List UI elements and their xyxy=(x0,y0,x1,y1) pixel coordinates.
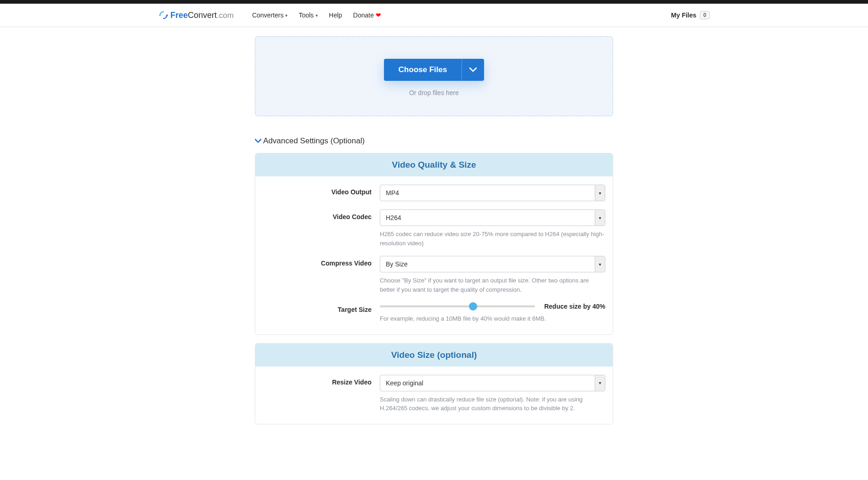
panel-title: Video Quality & Size xyxy=(255,153,613,176)
choose-files-button[interactable]: Choose Files xyxy=(384,59,462,81)
slider-thumb[interactable] xyxy=(469,302,477,311)
nav-donate-label: Donate xyxy=(353,11,374,19)
logo[interactable]: FreeConvert.com xyxy=(158,10,234,20)
video-codec-value: H264 xyxy=(380,209,605,226)
resize-video-select[interactable]: Keep original ▾ xyxy=(380,375,605,391)
video-output-value: MP4 xyxy=(380,185,605,201)
panel-title: Video Size (optional) xyxy=(255,344,613,367)
video-codec-help: H265 codec can reduce video size 20-75% … xyxy=(380,230,605,248)
video-codec-label: Video Codec xyxy=(263,209,380,220)
target-size-label: Target Size xyxy=(263,302,380,313)
heart-icon: ❤ xyxy=(376,11,381,19)
nav-tools-label: Tools xyxy=(299,11,314,19)
video-codec-select[interactable]: H264 ▾ xyxy=(380,209,605,226)
logo-text-free: Free xyxy=(170,11,188,20)
my-files-button[interactable]: My Files 0 xyxy=(671,11,710,19)
resize-video-label: Resize Video xyxy=(263,375,380,386)
video-size-panel: Video Size (optional) Resize Video Keep … xyxy=(255,343,613,424)
advanced-settings-toggle[interactable]: Advanced Settings (Optional) xyxy=(255,136,613,146)
video-output-select[interactable]: MP4 ▾ xyxy=(380,185,605,201)
nav-tools[interactable]: Tools ▾ xyxy=(299,11,318,19)
chevron-down-icon: ▾ xyxy=(316,13,318,18)
header: FreeConvert.com Converters ▾ Tools ▾ Hel… xyxy=(0,4,868,27)
drop-hint: Or drop files here xyxy=(265,89,603,96)
my-files-count: 0 xyxy=(700,11,710,19)
compress-video-label: Compress Video xyxy=(263,256,380,267)
refresh-icon xyxy=(158,10,169,20)
resize-video-help: Scaling down can drastically reduce file… xyxy=(380,395,605,413)
logo-text-com: .com xyxy=(217,11,234,20)
chevron-down-icon xyxy=(255,136,261,146)
target-size-readout: Reduce size by 40% xyxy=(544,303,605,310)
advanced-settings-label: Advanced Settings (Optional) xyxy=(263,136,365,146)
logo-text-convert: Convert xyxy=(188,11,217,20)
compress-video-value: By Size xyxy=(380,256,605,272)
nav-help[interactable]: Help xyxy=(329,11,342,19)
nav-help-label: Help xyxy=(329,11,342,19)
chevron-down-icon: ▾ xyxy=(285,13,287,18)
nav-donate[interactable]: Donate ❤ xyxy=(353,11,381,19)
file-dropzone[interactable]: Choose Files Or drop files here xyxy=(255,36,613,116)
video-output-label: Video Output xyxy=(263,185,380,196)
target-size-help: For example, reducing a 10MB file by 40%… xyxy=(380,314,605,323)
resize-video-value: Keep original xyxy=(380,375,605,391)
compress-video-help: Choose "By Size" if you want to target a… xyxy=(380,276,605,294)
compress-video-select[interactable]: By Size ▾ xyxy=(380,256,605,272)
chevron-down-icon xyxy=(469,67,477,73)
target-size-slider[interactable] xyxy=(380,302,535,311)
choose-files-dropdown[interactable] xyxy=(462,59,484,81)
main-nav: Converters ▾ Tools ▾ Help Donate ❤ xyxy=(252,11,381,19)
video-quality-panel: Video Quality & Size Video Output MP4 ▾ … xyxy=(255,153,613,335)
my-files-label: My Files xyxy=(671,11,696,19)
nav-converters-label: Converters xyxy=(252,11,283,19)
nav-converters[interactable]: Converters ▾ xyxy=(252,11,287,19)
